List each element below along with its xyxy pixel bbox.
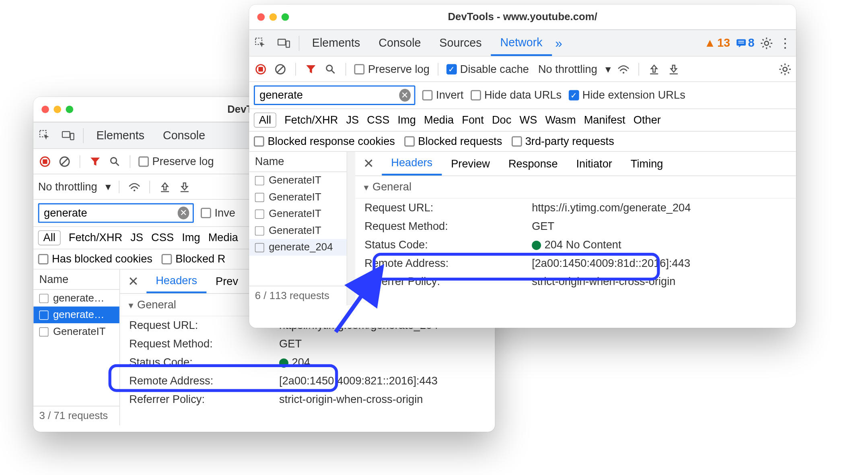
tab-elements[interactable]: Elements bbox=[87, 122, 154, 149]
general-section[interactable]: General bbox=[355, 176, 796, 198]
detail-tab-preview[interactable]: Prev bbox=[206, 270, 247, 293]
filter-media[interactable]: Media bbox=[424, 114, 454, 126]
inspect-icon[interactable] bbox=[38, 128, 52, 142]
filter-input-wrap[interactable]: ✕ bbox=[254, 85, 415, 105]
filter-wasm[interactable]: Wasm bbox=[545, 114, 576, 126]
minimize-dot[interactable] bbox=[269, 13, 277, 21]
zoom-dot[interactable] bbox=[66, 105, 73, 113]
request-row[interactable]: generate… bbox=[33, 290, 119, 307]
network-settings-icon[interactable] bbox=[779, 63, 792, 76]
filter-input[interactable] bbox=[43, 206, 175, 220]
close-detail-icon[interactable]: ✕ bbox=[355, 156, 382, 171]
download-icon[interactable] bbox=[667, 62, 681, 76]
inspect-icon[interactable] bbox=[254, 36, 267, 50]
record-icon[interactable] bbox=[38, 155, 52, 168]
request-row[interactable]: GenerateIT bbox=[33, 323, 119, 340]
throttling-select[interactable]: No throttling ▾ bbox=[38, 180, 111, 193]
close-dot[interactable] bbox=[257, 13, 265, 21]
filter-css[interactable]: CSS bbox=[151, 231, 174, 244]
status-dot-icon bbox=[532, 241, 541, 250]
detail-tab-initiator[interactable]: Initiator bbox=[567, 152, 621, 176]
tab-elements[interactable]: Elements bbox=[303, 30, 369, 56]
record-icon[interactable] bbox=[254, 62, 267, 76]
minimize-dot[interactable] bbox=[53, 105, 61, 113]
filter-all[interactable]: All bbox=[38, 230, 61, 245]
filter-js[interactable]: JS bbox=[130, 231, 143, 244]
hide-ext-urls-checkbox[interactable]: ✓Hide extension URLs bbox=[568, 89, 685, 102]
hide-data-urls-checkbox[interactable]: Hide data URLs bbox=[470, 89, 562, 102]
detail-tab-timing[interactable]: Timing bbox=[621, 152, 673, 176]
svg-line-42 bbox=[788, 72, 789, 73]
request-row[interactable]: GenerateIT bbox=[249, 189, 346, 206]
svg-point-9 bbox=[134, 189, 136, 191]
preserve-log-checkbox[interactable]: Preserve log bbox=[354, 63, 429, 76]
filter-other[interactable]: Other bbox=[634, 114, 661, 126]
request-row[interactable]: GenerateIT bbox=[249, 172, 346, 189]
detail-tab-response[interactable]: Response bbox=[499, 152, 567, 176]
tab-console[interactable]: Console bbox=[369, 30, 430, 56]
detail-tab-headers[interactable]: Headers bbox=[382, 152, 442, 176]
request-row[interactable]: generate_204 bbox=[249, 239, 346, 256]
disable-cache-checkbox[interactable]: ✓Disable cache bbox=[446, 63, 529, 76]
search-icon[interactable] bbox=[108, 155, 121, 168]
network-conditions-icon[interactable] bbox=[617, 62, 631, 76]
filter-doc[interactable]: Doc bbox=[492, 114, 511, 126]
device-icon[interactable] bbox=[61, 128, 75, 142]
has-blocked-cookies[interactable]: Has blocked cookies bbox=[38, 253, 152, 266]
filter-fetchxhr[interactable]: Fetch/XHR bbox=[284, 114, 338, 126]
request-row[interactable]: GenerateIT bbox=[249, 222, 346, 239]
download-icon[interactable] bbox=[178, 180, 191, 194]
search-icon[interactable] bbox=[323, 62, 337, 76]
blocked-requests-checkbox[interactable]: Blocked requests bbox=[404, 135, 502, 148]
detail-tab-headers[interactable]: Headers bbox=[146, 270, 206, 293]
settings-icon[interactable] bbox=[760, 37, 773, 50]
filter-input-wrap[interactable]: ✕ bbox=[38, 203, 194, 223]
filter-icon[interactable] bbox=[304, 62, 318, 76]
name-column-header[interactable]: Name bbox=[249, 152, 346, 172]
zoom-dot[interactable] bbox=[282, 13, 289, 21]
blocked-r[interactable]: Blocked R bbox=[162, 253, 226, 266]
invert-checkbox[interactable]: Invert bbox=[422, 89, 464, 102]
upload-icon[interactable] bbox=[158, 180, 172, 194]
kebab-menu-icon[interactable]: ⋮ bbox=[779, 35, 792, 50]
request-row[interactable]: generate… bbox=[33, 306, 119, 323]
filter-img[interactable]: Img bbox=[397, 114, 415, 126]
clear-icon[interactable] bbox=[58, 155, 71, 168]
filter-css[interactable]: CSS bbox=[367, 114, 389, 126]
invert-checkbox[interactable]: Inve bbox=[201, 207, 235, 219]
close-dot[interactable] bbox=[41, 105, 49, 113]
name-column-header[interactable]: Name bbox=[33, 270, 119, 290]
request-row[interactable]: GenerateIT bbox=[249, 206, 346, 223]
filter-manifest[interactable]: Manifest bbox=[584, 114, 625, 126]
clear-filter-icon[interactable]: ✕ bbox=[399, 89, 411, 102]
device-icon[interactable] bbox=[277, 36, 290, 50]
filter-input[interactable] bbox=[258, 88, 397, 102]
tab-sources[interactable]: Sources bbox=[430, 30, 491, 56]
tab-network[interactable]: Network bbox=[491, 30, 552, 56]
scrollbar[interactable] bbox=[347, 152, 355, 305]
detail-tab-preview[interactable]: Preview bbox=[442, 152, 499, 176]
filter-img[interactable]: Img bbox=[182, 231, 200, 244]
filter-fetchxhr[interactable]: Fetch/XHR bbox=[69, 231, 122, 244]
throttling-select[interactable]: No throttling ▾ bbox=[538, 62, 611, 76]
preserve-log-checkbox[interactable]: Preserve log bbox=[138, 155, 214, 168]
filter-ws[interactable]: WS bbox=[519, 114, 537, 126]
network-conditions-icon[interactable] bbox=[128, 180, 142, 194]
filter-font[interactable]: Font bbox=[462, 114, 484, 126]
upload-icon[interactable] bbox=[648, 62, 661, 76]
messages-badge[interactable]: 8 bbox=[736, 36, 755, 50]
blocked-req-label: Blocked requests bbox=[418, 135, 502, 148]
filter-icon[interactable] bbox=[88, 155, 102, 168]
more-tabs-icon[interactable]: » bbox=[552, 35, 566, 50]
third-party-checkbox[interactable]: 3rd-party requests bbox=[511, 135, 614, 148]
filter-js[interactable]: JS bbox=[346, 114, 359, 126]
tab-console[interactable]: Console bbox=[154, 122, 214, 149]
blocked-cookies-checkbox[interactable]: Blocked response cookies bbox=[254, 135, 395, 148]
clear-filter-icon[interactable]: ✕ bbox=[178, 207, 189, 219]
warnings-badge[interactable]: ▲ 13 bbox=[704, 36, 730, 50]
kv-key: Request URL: bbox=[364, 201, 532, 214]
clear-icon[interactable] bbox=[274, 62, 287, 76]
filter-all[interactable]: All bbox=[254, 113, 276, 128]
filter-media[interactable]: Media bbox=[208, 231, 238, 244]
close-detail-icon[interactable]: ✕ bbox=[120, 274, 146, 289]
